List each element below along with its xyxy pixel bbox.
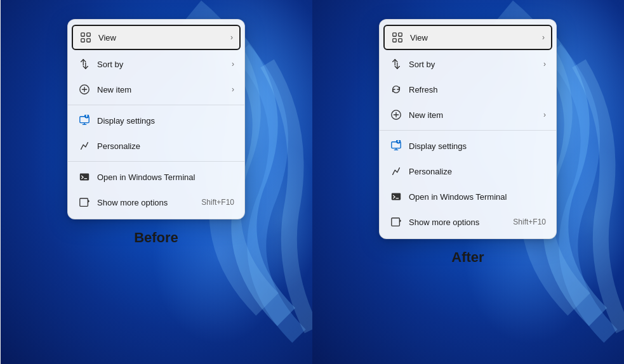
new-item-label: New item	[97, 85, 227, 94]
display-settings-label: Display settings	[409, 141, 546, 151]
context-menu-wrapper-after: View› Sort by› Refresh New item› Display…	[379, 19, 557, 239]
view-label: View	[98, 33, 225, 42]
show-more-shortcut: Shift+F10	[201, 198, 234, 207]
new-item-arrow: ›	[543, 110, 546, 119]
menu-item-open-terminal[interactable]: Open in Windows Terminal	[68, 164, 244, 190]
open-terminal-label: Open in Windows Terminal	[97, 172, 234, 182]
svg-rect-9	[393, 33, 396, 36]
sort-by-icon	[390, 58, 402, 70]
svg-rect-2	[81, 39, 84, 42]
menu-item-show-more[interactable]: Show more optionsShift+F10	[68, 190, 244, 215]
svg-rect-8	[80, 198, 88, 207]
menu-item-new-item[interactable]: New item›	[68, 77, 244, 102]
menu-item-view[interactable]: View›	[72, 25, 241, 50]
menu-divider	[68, 161, 244, 162]
context-menu-wrapper-before: View› Sort by› New item› Display setting…	[67, 19, 245, 219]
personalize-label: Personalize	[97, 141, 234, 151]
menu-item-sort-by[interactable]: Sort by›	[68, 51, 244, 77]
svg-rect-11	[393, 39, 396, 42]
new-item-label: New item	[409, 110, 538, 120]
before-label: Before	[134, 230, 178, 246]
view-arrow: ›	[230, 33, 233, 42]
svg-rect-7	[80, 174, 89, 181]
sort-by-icon	[78, 58, 91, 70]
sort-by-arrow: ›	[232, 60, 234, 68]
sort-by-label: Sort by	[97, 60, 227, 69]
menu-item-refresh[interactable]: Refresh	[380, 77, 556, 102]
show-more-icon	[78, 196, 91, 209]
view-icon	[79, 31, 92, 44]
menu-divider	[68, 105, 244, 105]
show-more-label: Show more options	[97, 198, 189, 207]
svg-rect-17	[392, 218, 400, 226]
svg-rect-3	[87, 39, 90, 42]
sort-by-label: Sort by	[409, 60, 538, 69]
new-item-arrow: ›	[232, 85, 234, 94]
svg-rect-10	[399, 33, 402, 36]
personalize-label: Personalize	[409, 167, 546, 176]
menu-item-open-terminal[interactable]: Open in Windows Terminal	[380, 184, 556, 209]
new-item-icon	[78, 83, 91, 96]
open-terminal-label: Open in Windows Terminal	[409, 192, 546, 202]
menu-item-personalize[interactable]: Personalize	[68, 133, 244, 159]
context-menu-before: View› Sort by› New item› Display setting…	[67, 19, 245, 219]
menu-item-new-item[interactable]: New item›	[380, 102, 556, 127]
show-more-shortcut: Shift+F10	[513, 218, 546, 226]
display-settings-label: Display settings	[97, 116, 234, 126]
open-terminal-icon	[78, 171, 91, 183]
menu-item-view[interactable]: View›	[383, 25, 552, 50]
personalize-icon	[390, 165, 402, 178]
before-panel: View› Sort by› New item› Display setting…	[1, 0, 312, 364]
show-more-icon	[390, 216, 402, 228]
svg-rect-16	[392, 193, 401, 200]
show-more-label: Show more options	[409, 218, 500, 227]
view-arrow: ›	[542, 33, 545, 42]
view-label: View	[410, 33, 537, 42]
open-terminal-icon	[390, 190, 402, 203]
menu-item-show-more[interactable]: Show more optionsShift+F10	[380, 209, 556, 235]
context-menu-after: View› Sort by› Refresh New item› Display…	[379, 19, 557, 239]
after-panel: View› Sort by› Refresh New item› Display…	[312, 0, 624, 364]
svg-rect-0	[81, 33, 84, 36]
display-settings-icon	[390, 140, 402, 152]
sort-by-arrow: ›	[543, 60, 546, 68]
menu-item-personalize[interactable]: Personalize	[380, 159, 556, 184]
menu-item-sort-by[interactable]: Sort by›	[380, 51, 556, 77]
svg-rect-12	[399, 39, 402, 42]
view-icon	[391, 31, 404, 44]
menu-divider	[380, 130, 556, 131]
display-settings-icon	[78, 114, 91, 127]
menu-item-display-settings[interactable]: Display settings	[380, 133, 556, 159]
menu-item-display-settings[interactable]: Display settings	[68, 108, 244, 133]
svg-rect-1	[87, 33, 90, 36]
refresh-icon	[390, 83, 402, 96]
new-item-icon	[390, 108, 402, 121]
refresh-label: Refresh	[409, 85, 546, 94]
after-label: After	[451, 249, 484, 266]
personalize-icon	[78, 140, 91, 152]
